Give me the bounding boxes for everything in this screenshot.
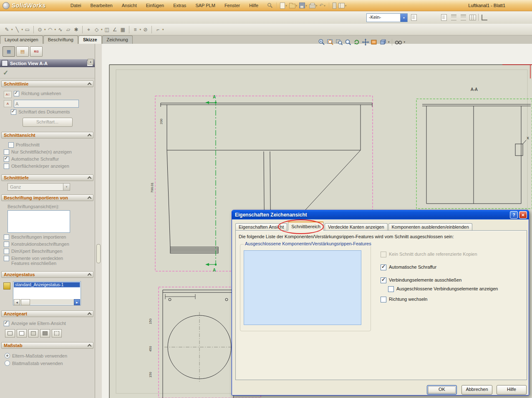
dropdown-caret-icon[interactable]: ▾ xyxy=(305,4,307,7)
help-button[interactable]: Hilfe xyxy=(497,385,527,395)
group-header-schnittansicht[interactable]: Schnittansicht xyxy=(1,132,93,139)
trim-icon[interactable]: ⊘ xyxy=(142,26,149,33)
dialog-tab-komponenten[interactable]: Komponenten ausblenden/einblenden xyxy=(388,223,472,231)
scroll-right-icon[interactable]: ▶ xyxy=(74,299,80,305)
dropdown-caret-icon[interactable]: ▾ xyxy=(285,4,287,7)
dropdown-caret-icon[interactable]: ▾ xyxy=(11,28,13,31)
chevron-down-icon[interactable]: ▾ xyxy=(404,40,406,44)
flip-direction-checkbox[interactable]: ✓ xyxy=(14,91,19,96)
no-section-referenced-copies-checkbox[interactable] xyxy=(381,252,386,257)
dialog-tab-verdeckte-kanten[interactable]: Verdeckte Kanten anzeigen xyxy=(325,223,388,231)
group-header-anzeigeart[interactable]: Anzeigeart xyxy=(1,310,93,317)
polygon-icon[interactable]: ◇ xyxy=(93,26,100,33)
menu-bearbeiten[interactable]: Bearbeiten xyxy=(86,2,117,9)
hatch-icon[interactable]: ≡ xyxy=(132,26,139,33)
layer-combo[interactable]: -Kein- ▾ xyxy=(366,13,408,22)
spline-icon[interactable]: ∿ xyxy=(57,26,64,33)
font-button[interactable]: Schriftart... xyxy=(23,118,73,127)
table-button[interactable] xyxy=(468,13,477,22)
dropdown-caret-icon[interactable]: ▾ xyxy=(316,4,318,7)
undo-button[interactable]: ↶▾ xyxy=(319,3,325,8)
parent-scale-radio[interactable] xyxy=(5,353,10,358)
pm-tab-propertymanager[interactable]: ▦ xyxy=(3,46,15,57)
panel-splitter[interactable] xyxy=(95,44,102,398)
tab-zeichnung[interactable]: Zeichnung xyxy=(102,35,133,44)
mirror-icon[interactable]: ◫ xyxy=(103,26,111,33)
ok-button[interactable]: OK xyxy=(427,385,457,395)
dropdown-caret-icon[interactable]: ▾ xyxy=(296,4,298,7)
parallelogram-icon[interactable]: ▱ xyxy=(65,26,72,33)
dropdown-caret-icon[interactable]: ▾ xyxy=(101,28,103,31)
pan-icon[interactable] xyxy=(362,38,369,46)
dropdown-caret-icon[interactable]: ▾ xyxy=(140,28,141,31)
pattern-icon[interactable]: ▦ xyxy=(119,26,126,33)
group-header-schnitttiefe[interactable]: Schnitttiefe xyxy=(1,174,93,181)
menu-hilfe[interactable]: Hilfe xyxy=(245,2,263,9)
pm-tab-configurations[interactable]: ▤ xyxy=(16,46,29,57)
options-button[interactable]: ▾ xyxy=(338,3,347,8)
collapse-chevron-icon[interactable] xyxy=(88,196,92,201)
annotation-button[interactable] xyxy=(439,13,449,22)
rect-icon[interactable]: ▭ xyxy=(24,26,31,33)
construction-annotations-checkbox[interactable] xyxy=(4,242,9,247)
show-excluded-fasteners-checkbox[interactable] xyxy=(388,286,394,292)
tab-skizze[interactable]: Skizze xyxy=(78,35,102,44)
pm-tab-sap[interactable]: R/3 xyxy=(30,46,43,57)
offset-icon[interactable]: ⌐ xyxy=(154,26,161,33)
hidden-features-checkbox[interactable] xyxy=(4,256,9,261)
point-icon[interactable]: ✱ xyxy=(73,26,80,33)
tab-beschriftung[interactable]: Beschriftung xyxy=(43,35,78,44)
new-document-button[interactable]: ▾ xyxy=(280,3,287,9)
chevron-down-icon[interactable]: ▾ xyxy=(63,184,70,190)
dropdown-caret-icon[interactable]: ▾ xyxy=(345,4,347,7)
section-depth-combo[interactable]: Ganz ▾ xyxy=(8,183,70,191)
chevron-down-icon[interactable]: ▾ xyxy=(400,14,407,22)
group-header-beschriftung[interactable]: Beschriftung importieren von xyxy=(1,194,93,201)
sheet-scale-radio[interactable] xyxy=(5,360,10,366)
display-state-selected-item[interactable]: standard_Anzeigestatus-1 xyxy=(14,282,80,287)
auto-schraffur-checkbox[interactable]: ✓ xyxy=(4,156,9,162)
3d-drawing-view-icon[interactable] xyxy=(371,38,378,46)
hatch-fill-button[interactable] xyxy=(459,13,468,22)
ok-check-icon[interactable]: ✓ xyxy=(3,69,8,77)
dialog-titlebar[interactable]: Eigenschaften Zeichenansicht ? ✕ xyxy=(232,210,529,219)
display-state-listbox[interactable]: standard_Anzeigestatus-1 ◀ ▶ xyxy=(13,281,81,305)
wireframe-style-icon[interactable] xyxy=(5,329,15,338)
zoom-fit-icon[interactable] xyxy=(327,38,334,46)
annotation-views-listbox[interactable] xyxy=(8,210,70,233)
hidden-lines-removed-icon[interactable] xyxy=(28,329,38,338)
parent-style-checkbox[interactable]: ✓ xyxy=(4,321,9,326)
arc-icon[interactable]: ◠ xyxy=(47,26,54,33)
angle-icon[interactable]: ∠ xyxy=(111,26,119,33)
cancel-button[interactable]: Abbrechen xyxy=(461,385,492,395)
save-button[interactable]: ▾ xyxy=(299,3,307,8)
menu-fenster[interactable]: Fenster xyxy=(220,2,245,9)
menu-ansicht[interactable]: Ansicht xyxy=(117,2,141,9)
dropdown-caret-icon[interactable]: ▾ xyxy=(324,4,325,7)
device-button[interactable] xyxy=(333,3,336,9)
section-name-input[interactable] xyxy=(14,100,79,108)
oberflaechenkoerper-checkbox[interactable] xyxy=(4,164,9,169)
menu-extras[interactable]: Extras xyxy=(169,2,191,9)
scrollbar-thumb[interactable] xyxy=(21,299,30,305)
pencil-icon[interactable]: ✎ xyxy=(3,26,10,33)
import-annotations-checkbox[interactable] xyxy=(4,234,9,240)
dialog-tab-schnittbereich[interactable]: Schnittbereich xyxy=(288,222,324,231)
menu-datei[interactable]: Datei xyxy=(66,2,86,9)
scroll-left-icon[interactable]: ◀ xyxy=(14,299,20,305)
shaded-style-icon[interactable] xyxy=(52,329,62,338)
dropdown-caret-icon[interactable]: ▾ xyxy=(22,28,23,31)
menu-sap-plm[interactable]: SAP PLM xyxy=(191,2,220,9)
dialog-tab-eigenschaften-ansicht[interactable]: Eigenschaften Ansicht xyxy=(235,223,287,231)
group-header-massstab[interactable]: Maßstab xyxy=(1,342,93,349)
hidden-lines-visible-icon[interactable] xyxy=(17,329,27,338)
refresh-view-icon[interactable] xyxy=(353,38,361,46)
collapse-chevron-icon[interactable] xyxy=(88,134,92,138)
dropdown-caret-icon[interactable]: ▾ xyxy=(162,28,164,31)
datum-button[interactable] xyxy=(480,13,489,22)
collapse-chevron-icon[interactable] xyxy=(88,344,92,348)
excluded-components-list[interactable] xyxy=(244,250,361,325)
print-button[interactable]: ▾ xyxy=(309,3,318,8)
centermark-icon[interactable]: ⌖ xyxy=(85,26,92,33)
open-document-button[interactable]: ▾ xyxy=(289,3,298,8)
